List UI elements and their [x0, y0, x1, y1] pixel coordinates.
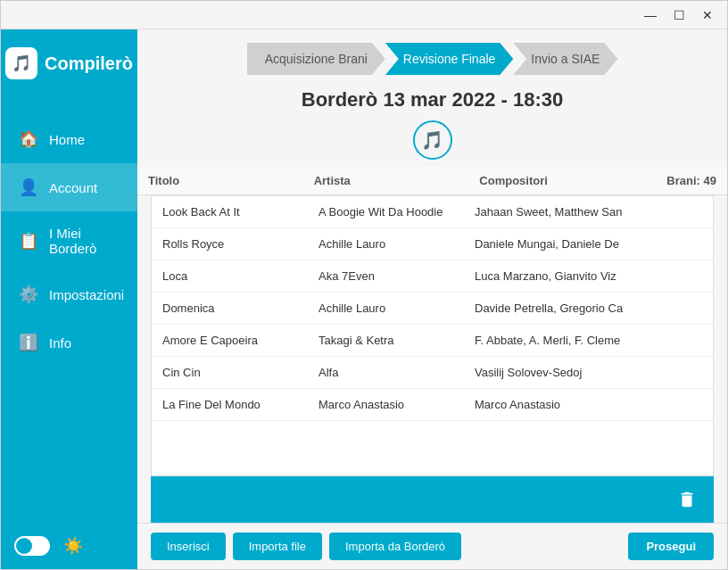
table-row[interactable]: Cin Cin Alfa Vasilij Solovev-Sedoj — [152, 357, 713, 389]
cell-titolo: Loca — [162, 269, 318, 283]
bordero-icon: 📋 — [19, 231, 38, 251]
table-row[interactable]: Loca Aka 7Even Luca Marzano, Gianvito Vi… — [152, 260, 713, 293]
prosegui-button[interactable]: Proseguì — [628, 533, 714, 560]
home-icon: 🏠 — [19, 129, 38, 149]
sidebar-item-account[interactable]: 👤 Account — [1, 163, 137, 211]
cell-compositori: Luca Marzano, Gianvito Viz — [475, 269, 631, 283]
trash-icon — [677, 490, 697, 509]
cell-titolo: La Fine Del Mondo — [162, 398, 318, 411]
cell-compositori: Marco Anastasio — [475, 398, 631, 411]
cell-titolo: Cin Cin — [162, 366, 318, 379]
col-compositori: Compositori — [479, 174, 645, 187]
cell-compositori: Jahaan Sweet, Matthew San — [475, 205, 631, 219]
brani-count: 49 — [704, 174, 716, 187]
step-invio-label: Invio a SIAE — [531, 52, 600, 66]
sun-icon: ☀️ — [63, 536, 83, 556]
table-row[interactable]: Amore E Capoeira Takagi & Ketra F. Abbat… — [152, 325, 713, 357]
sidebar-bottom: ☀️ — [1, 523, 137, 569]
content-area: Acquisizione Brani Revisione Finale Invi… — [137, 29, 727, 569]
table-row[interactable]: La Fine Del Mondo Marco Anastasio Marco … — [152, 389, 713, 421]
step-acquisizione-label: Acquisizione Brani — [265, 52, 368, 66]
app-window: — ☐ ✕ 🎵 Compilerò 🏠 Home 👤 Account 📋 I M… — [0, 0, 728, 570]
delete-button[interactable] — [671, 483, 703, 516]
page-icon-area: 🎵 — [137, 120, 727, 160]
song-table[interactable]: Look Back At It A Boogie Wit Da Hoodie J… — [151, 195, 714, 476]
cell-compositori: F. Abbate, A. Merli, F. Cleme — [475, 334, 631, 347]
sidebar-label-account: Account — [49, 180, 97, 195]
info-icon: ℹ️ — [19, 333, 38, 352]
inserisci-button[interactable]: Inserisci — [151, 533, 226, 560]
settings-icon: ⚙️ — [19, 285, 38, 304]
theme-toggle[interactable] — [14, 536, 50, 556]
cell-compositori: Davide Petrella, Gregorio Ca — [475, 302, 631, 315]
table-row[interactable]: Rolls Royce Achille Lauro Daniele Mungai… — [152, 228, 713, 260]
table-header: Titolo Artista Compositori Brani: 49 — [137, 167, 727, 195]
logo-icon: 🎵 — [5, 47, 37, 79]
step-revisione-label: Revisione Finale — [403, 52, 496, 66]
cell-artista: Marco Anastasio — [318, 398, 475, 411]
bottom-left-buttons: Inserisci Importa file Importa da Border… — [151, 533, 461, 560]
cell-titolo: Look Back At It — [162, 205, 318, 219]
col-artista: Artista — [314, 174, 480, 187]
sidebar-label-bordero: I Miei Borderò — [49, 226, 120, 256]
page-title: Borderò 13 mar 2022 - 18:30 — [137, 84, 727, 120]
step-acquisizione[interactable]: Acquisizione Brani — [247, 43, 385, 75]
bottom-bar: Inserisci Importa file Importa da Border… — [137, 523, 727, 569]
col-brani: Brani: 49 — [645, 174, 716, 187]
table-row[interactable]: Look Back At It A Boogie Wit Da Hoodie J… — [152, 196, 713, 228]
cell-compositori: Daniele Mungai, Daniele De — [475, 237, 631, 251]
step-revisione[interactable]: Revisione Finale — [385, 43, 514, 75]
cell-artista: Aka 7Even — [318, 269, 475, 283]
main-layout: 🎵 Compilerò 🏠 Home 👤 Account 📋 I Miei Bo… — [1, 29, 727, 569]
cell-artista: A Boogie Wit Da Hoodie — [318, 205, 475, 219]
close-button[interactable]: ✕ — [695, 5, 720, 25]
cell-artista: Alfa — [318, 366, 475, 379]
sidebar-label-impostazioni: Impostazioni — [49, 287, 124, 302]
cell-artista: Takagi & Ketra — [318, 334, 475, 347]
sidebar-item-home[interactable]: 🏠 Home — [1, 115, 137, 163]
cell-artista: Achille Lauro — [318, 302, 475, 315]
music-note-icon: 🎵 — [413, 120, 452, 160]
sidebar-item-bordero[interactable]: 📋 I Miei Borderò — [1, 211, 137, 270]
brani-label: Brani: — [666, 174, 700, 187]
stepper: Acquisizione Brani Revisione Finale Invi… — [137, 29, 727, 84]
sidebar-label-home: Home — [49, 132, 85, 147]
cell-compositori: Vasilij Solovev-Sedoj — [475, 366, 631, 379]
importa-bordero-button[interactable]: Importa da Borderò — [329, 533, 461, 560]
song-input[interactable] — [161, 492, 671, 507]
window-controls: — ☐ ✕ — [638, 5, 720, 25]
sidebar-item-info[interactable]: ℹ️ Info — [1, 318, 137, 367]
account-icon: 👤 — [19, 178, 38, 197]
sidebar-item-impostazioni[interactable]: ⚙️ Impostazioni — [1, 270, 137, 318]
app-logo: 🎵 Compilerò — [1, 38, 142, 88]
minimize-button[interactable]: — — [638, 5, 663, 25]
sidebar: 🎵 Compilerò 🏠 Home 👤 Account 📋 I Miei Bo… — [1, 29, 137, 569]
step-invio[interactable]: Invio a SIAE — [513, 43, 617, 75]
cell-artista: Achille Lauro — [318, 237, 475, 251]
input-row — [151, 476, 714, 523]
title-bar: — ☐ ✕ — [1, 1, 727, 29]
sidebar-label-info: Info — [49, 335, 71, 351]
table-row[interactable]: Domenica Achille Lauro Davide Petrella, … — [152, 293, 713, 325]
cell-titolo: Amore E Capoeira — [162, 334, 318, 347]
logo-text: Compilerò — [45, 54, 133, 74]
importa-file-button[interactable]: Importa file — [233, 533, 322, 560]
cell-titolo: Rolls Royce — [162, 237, 318, 251]
col-titolo: Titolo — [148, 174, 314, 187]
maximize-button[interactable]: ☐ — [666, 5, 691, 25]
cell-titolo: Domenica — [162, 302, 318, 315]
